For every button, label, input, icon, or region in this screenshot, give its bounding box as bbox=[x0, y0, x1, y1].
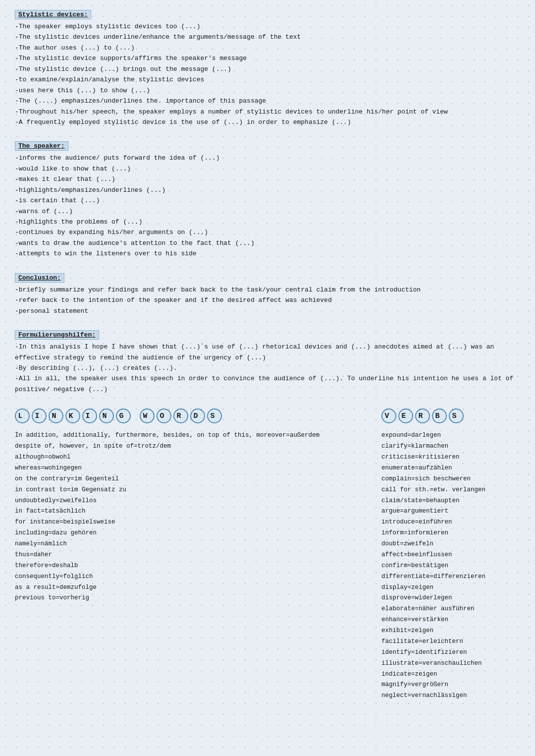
letter-bubble: V bbox=[381, 408, 396, 423]
letter-bubble: B bbox=[432, 408, 447, 423]
letter-bubble: R bbox=[415, 408, 430, 423]
letter-bubble: W bbox=[140, 408, 155, 423]
list-item: -The speaker employs stylistic devices t… bbox=[15, 21, 520, 32]
list-item: whereas=wohingegen bbox=[15, 463, 372, 474]
list-item: expound=darlegen bbox=[381, 430, 520, 441]
list-item: differentiate=differenzieren bbox=[381, 572, 520, 582]
list-item: enumerate=aufzählen bbox=[381, 463, 520, 474]
letter-bubble: S bbox=[449, 408, 464, 423]
list-item: confirm=bestätigen bbox=[381, 561, 520, 572]
list-item: -The author uses (...) to (...) bbox=[15, 43, 520, 53]
letter-bubble: N bbox=[49, 408, 63, 423]
list-item: -All in all, the speaker uses this speec… bbox=[15, 373, 520, 395]
list-item: -briefly summarize your findings and ref… bbox=[15, 285, 520, 295]
list-item: -wants to draw the audience's attention … bbox=[15, 238, 520, 248]
list-item: -refer back to the intention of the spea… bbox=[15, 295, 520, 305]
list-item: in contrast to=im Gegensatz zu bbox=[15, 485, 372, 496]
list-item: consequently=folglich bbox=[15, 572, 372, 582]
formulierungshilfen-body: -In this analysis I hope I have shown th… bbox=[15, 342, 520, 395]
conclusion-title: Conclusion: bbox=[15, 273, 64, 283]
linking-words-body: In addition, additionally, furthermore, … bbox=[15, 430, 372, 604]
list-item: undoubtedly=zweifellos bbox=[15, 496, 372, 507]
list-item: elaborate=näher ausführen bbox=[381, 604, 520, 615]
list-item: -warns of (...) bbox=[15, 206, 520, 217]
stylistic-devices-title: Stylistic devices: bbox=[15, 10, 91, 19]
list-item: -By describing (...), (...) creates (...… bbox=[15, 363, 520, 373]
letter-bubble: N bbox=[99, 408, 114, 423]
list-item: facilitate=erleichtern bbox=[381, 637, 520, 647]
list-item: -attempts to win the listeners over to h… bbox=[15, 248, 520, 259]
list-item: -In this analysis I hope I have shown th… bbox=[15, 342, 520, 363]
list-item: illustrate=veranschaulichen bbox=[381, 658, 520, 669]
list-item: -to examine/explain/analyse the stylisti… bbox=[15, 74, 520, 85]
list-item: doubt=zweifeln bbox=[381, 539, 520, 550]
list-item: -highlights/emphasizes/underlines (...) bbox=[15, 185, 520, 195]
list-item: exhibit=zeigen bbox=[381, 626, 520, 637]
linking-words-big-title: LINKINGWORDS bbox=[15, 408, 372, 423]
formulierungshilfen-section: Formulierungshilfen: -In this analysis I… bbox=[15, 330, 520, 395]
list-item: namely=nämlich bbox=[15, 539, 372, 550]
list-item: -The stylistic device (...) brings out t… bbox=[15, 64, 520, 74]
linking-words-column: LINKINGWORDS In addition, additionally, … bbox=[15, 408, 381, 701]
the-speaker-title: The speaker: bbox=[15, 141, 68, 151]
list-item: although=obwohl bbox=[15, 452, 372, 463]
list-item: introduce=einführen bbox=[381, 517, 520, 528]
list-item: identify=identifizieren bbox=[381, 647, 520, 658]
list-item: in fact=tatsächlich bbox=[15, 506, 372, 517]
stylistic-devices-section: Stylistic devices: -The speaker employs … bbox=[15, 10, 520, 127]
letter-bubble: I bbox=[32, 408, 47, 423]
verbs-body: expound=darlegenclarify=klarmachencritic… bbox=[381, 430, 520, 701]
list-item: -is certain that (...) bbox=[15, 195, 520, 206]
list-item: claim/state=behaupten bbox=[381, 496, 520, 507]
list-item: as a result=demzufolge bbox=[15, 582, 372, 593]
list-item: -Throughout his/her speech, the speaker … bbox=[15, 107, 520, 117]
list-item: -would like to show that (...) bbox=[15, 164, 520, 174]
list-item: -personal statement bbox=[15, 306, 520, 316]
the-speaker-section: The speaker: -informs the audience/ puts… bbox=[15, 141, 520, 259]
the-speaker-body: -informs the audience/ puts forward the … bbox=[15, 153, 520, 259]
list-item: inform=informieren bbox=[381, 528, 520, 539]
list-item: -The (....) emphasizes/underlines the. i… bbox=[15, 96, 520, 106]
letter-bubble: D bbox=[190, 408, 205, 423]
list-item: argue=argumentiert bbox=[381, 506, 520, 517]
list-item: affect=beeinflussen bbox=[381, 550, 520, 561]
list-item: In addition, additionally, furthermore, … bbox=[15, 430, 372, 441]
letter-bubble: E bbox=[398, 408, 413, 423]
list-item: complain=sich beschweren bbox=[381, 474, 520, 485]
list-item: indicate=zeigen bbox=[381, 669, 520, 680]
list-item: clarify=klarmachen bbox=[381, 441, 520, 452]
list-item: -makes it clear that (...) bbox=[15, 174, 520, 184]
stylistic-devices-body: -The speaker employs stylistic devices t… bbox=[15, 21, 520, 127]
letter-bubble: K bbox=[65, 408, 80, 423]
list-item: -uses here this (...) to show (...) bbox=[15, 85, 520, 96]
letter-bubble: L bbox=[15, 408, 30, 423]
list-item: for instance=beispielsweise bbox=[15, 517, 372, 528]
list-item: -The stylistic device supports/affirms t… bbox=[15, 53, 520, 63]
list-item: including=dazu gehören bbox=[15, 528, 372, 539]
verbs-big-title: VERBS bbox=[381, 408, 520, 423]
list-item: -continues by expanding his/her argument… bbox=[15, 227, 520, 237]
list-item: previous to=vorherig bbox=[15, 593, 372, 604]
list-item: display=zeigen bbox=[381, 582, 520, 593]
list-item: -The stylistic devices underline/enhance… bbox=[15, 32, 520, 42]
conclusion-body: -briefly summarize your findings and ref… bbox=[15, 285, 520, 316]
conclusion-section: Conclusion: -briefly summarize your find… bbox=[15, 273, 520, 316]
list-item: therefore=deshalb bbox=[15, 561, 372, 572]
list-item: disprove=widerlegen bbox=[381, 593, 520, 604]
formulierungshilfen-title: Formulierungshilfen: bbox=[15, 330, 99, 340]
list-item: thus=daher bbox=[15, 550, 372, 561]
list-item: enhance=verstärken bbox=[381, 615, 520, 626]
letter-bubble: R bbox=[173, 408, 188, 423]
list-item: -highlights the problems of (...) bbox=[15, 217, 520, 227]
list-item: despite of, however, in spite of=trotz/d… bbox=[15, 441, 372, 452]
list-item: -A frequently employed stylistic device … bbox=[15, 117, 520, 127]
letter-bubble: G bbox=[116, 408, 131, 423]
verbs-column: VERBS expound=darlegenclarify=klarmachen… bbox=[381, 408, 520, 701]
letter-bubble: I bbox=[82, 408, 97, 423]
list-item: call for sth.=etw. verlangen bbox=[381, 485, 520, 496]
list-item: -informs the audience/ puts forward the … bbox=[15, 153, 520, 163]
list-item: neglect=vernachlässigen bbox=[381, 691, 520, 701]
bottom-section: LINKINGWORDS In addition, additionally, … bbox=[15, 408, 520, 701]
letter-bubble: S bbox=[207, 408, 222, 423]
list-item: magnify=vergrößern bbox=[381, 680, 520, 691]
